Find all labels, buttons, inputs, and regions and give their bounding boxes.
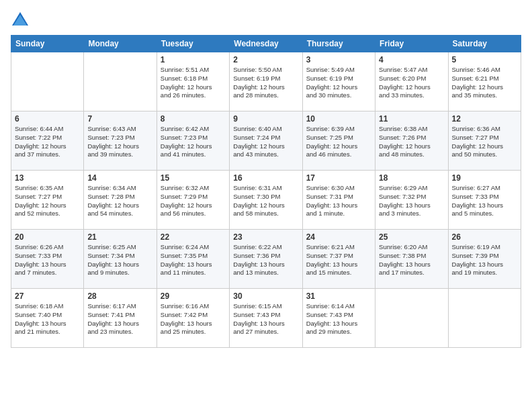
day-header-saturday: Saturday — [448, 36, 521, 52]
day-info: Sunrise: 6:18 AM Sunset: 7:40 PM Dayligh… — [15, 302, 80, 336]
calendar-cell: 23Sunrise: 6:22 AM Sunset: 7:36 PM Dayli… — [230, 230, 302, 289]
header-row: SundayMondayTuesdayWednesdayThursdayFrid… — [11, 36, 521, 52]
day-number: 22 — [161, 232, 226, 242]
day-info: Sunrise: 5:46 AM Sunset: 6:21 PM Dayligh… — [452, 66, 517, 100]
calendar-cell: 22Sunrise: 6:24 AM Sunset: 7:35 PM Dayli… — [157, 230, 229, 289]
day-number: 21 — [87, 232, 152, 242]
calendar-cell: 13Sunrise: 6:35 AM Sunset: 7:27 PM Dayli… — [11, 171, 84, 230]
calendar-cell: 21Sunrise: 6:25 AM Sunset: 7:34 PM Dayli… — [84, 230, 157, 289]
day-info: Sunrise: 5:47 AM Sunset: 6:20 PM Dayligh… — [379, 66, 444, 100]
calendar-cell: 8Sunrise: 6:42 AM Sunset: 7:23 PM Daylig… — [157, 111, 229, 171]
calendar-cell — [84, 52, 157, 111]
calendar-cell: 2Sunrise: 5:50 AM Sunset: 6:19 PM Daylig… — [230, 52, 302, 111]
calendar-cell: 1Sunrise: 5:51 AM Sunset: 6:18 PM Daylig… — [157, 52, 229, 111]
day-info: Sunrise: 6:34 AM Sunset: 7:28 PM Dayligh… — [87, 184, 152, 218]
day-info: Sunrise: 6:15 AM Sunset: 7:43 PM Dayligh… — [233, 302, 298, 336]
day-info: Sunrise: 6:43 AM Sunset: 7:23 PM Dayligh… — [87, 125, 152, 159]
day-number: 30 — [233, 291, 298, 301]
calendar-cell: 24Sunrise: 6:21 AM Sunset: 7:37 PM Dayli… — [302, 230, 375, 289]
calendar-cell: 17Sunrise: 6:30 AM Sunset: 7:31 PM Dayli… — [302, 171, 375, 230]
day-info: Sunrise: 6:19 AM Sunset: 7:39 PM Dayligh… — [452, 243, 517, 277]
calendar-cell: 4Sunrise: 5:47 AM Sunset: 6:20 PM Daylig… — [375, 52, 448, 111]
day-info: Sunrise: 6:32 AM Sunset: 7:29 PM Dayligh… — [161, 184, 226, 218]
day-info: Sunrise: 6:29 AM Sunset: 7:32 PM Dayligh… — [379, 184, 444, 218]
day-info: Sunrise: 5:50 AM Sunset: 6:19 PM Dayligh… — [233, 66, 298, 100]
day-info: Sunrise: 6:27 AM Sunset: 7:33 PM Dayligh… — [452, 184, 517, 218]
day-header-thursday: Thursday — [302, 36, 375, 52]
day-number: 17 — [306, 173, 371, 183]
day-number: 31 — [306, 291, 371, 301]
week-row-1: 1Sunrise: 5:51 AM Sunset: 6:18 PM Daylig… — [11, 52, 521, 111]
day-info: Sunrise: 6:25 AM Sunset: 7:34 PM Dayligh… — [87, 243, 152, 277]
calendar-cell: 31Sunrise: 6:14 AM Sunset: 7:43 PM Dayli… — [302, 289, 375, 348]
day-number: 3 — [306, 55, 371, 64]
day-number: 20 — [15, 232, 80, 242]
day-number: 6 — [15, 114, 80, 124]
day-info: Sunrise: 6:44 AM Sunset: 7:22 PM Dayligh… — [15, 125, 80, 159]
day-number: 13 — [15, 173, 80, 183]
calendar-cell: 10Sunrise: 6:39 AM Sunset: 7:25 PM Dayli… — [302, 111, 375, 171]
day-info: Sunrise: 6:26 AM Sunset: 7:33 PM Dayligh… — [15, 243, 80, 277]
week-row-2: 6Sunrise: 6:44 AM Sunset: 7:22 PM Daylig… — [11, 111, 521, 171]
day-number: 24 — [306, 232, 371, 242]
day-info: Sunrise: 6:14 AM Sunset: 7:43 PM Dayligh… — [306, 302, 371, 336]
calendar-cell: 11Sunrise: 6:38 AM Sunset: 7:26 PM Dayli… — [375, 111, 448, 171]
calendar-cell: 3Sunrise: 5:49 AM Sunset: 6:19 PM Daylig… — [302, 52, 375, 111]
day-info: Sunrise: 6:20 AM Sunset: 7:38 PM Dayligh… — [379, 243, 444, 277]
day-info: Sunrise: 6:31 AM Sunset: 7:30 PM Dayligh… — [233, 184, 298, 218]
day-info: Sunrise: 6:17 AM Sunset: 7:41 PM Dayligh… — [87, 302, 152, 336]
day-number: 19 — [452, 173, 517, 183]
day-number: 10 — [306, 114, 371, 124]
calendar-cell: 28Sunrise: 6:17 AM Sunset: 7:41 PM Dayli… — [84, 289, 157, 348]
day-info: Sunrise: 6:36 AM Sunset: 7:27 PM Dayligh… — [452, 125, 517, 159]
calendar-cell: 19Sunrise: 6:27 AM Sunset: 7:33 PM Dayli… — [448, 171, 521, 230]
calendar-cell: 18Sunrise: 6:29 AM Sunset: 7:32 PM Dayli… — [375, 171, 448, 230]
day-number: 11 — [379, 114, 444, 124]
calendar-cell: 26Sunrise: 6:19 AM Sunset: 7:39 PM Dayli… — [448, 230, 521, 289]
page-header — [11, 11, 521, 30]
calendar-cell: 15Sunrise: 6:32 AM Sunset: 7:29 PM Dayli… — [157, 171, 229, 230]
day-number: 16 — [233, 173, 298, 183]
calendar-cell: 5Sunrise: 5:46 AM Sunset: 6:21 PM Daylig… — [448, 52, 521, 111]
day-info: Sunrise: 6:42 AM Sunset: 7:23 PM Dayligh… — [161, 125, 226, 159]
day-number: 9 — [233, 114, 298, 124]
day-header-tuesday: Tuesday — [157, 36, 229, 52]
calendar-cell: 27Sunrise: 6:18 AM Sunset: 7:40 PM Dayli… — [11, 289, 84, 348]
day-number: 12 — [452, 114, 517, 124]
day-number: 27 — [15, 291, 80, 301]
calendar-cell: 30Sunrise: 6:15 AM Sunset: 7:43 PM Dayli… — [230, 289, 302, 348]
day-info: Sunrise: 6:16 AM Sunset: 7:42 PM Dayligh… — [161, 302, 226, 336]
week-row-3: 13Sunrise: 6:35 AM Sunset: 7:27 PM Dayli… — [11, 171, 521, 230]
calendar-cell — [11, 52, 84, 111]
day-number: 23 — [233, 232, 298, 242]
day-info: Sunrise: 6:24 AM Sunset: 7:35 PM Dayligh… — [161, 243, 226, 277]
calendar-cell: 6Sunrise: 6:44 AM Sunset: 7:22 PM Daylig… — [11, 111, 84, 171]
day-info: Sunrise: 6:39 AM Sunset: 7:25 PM Dayligh… — [306, 125, 371, 159]
calendar-cell: 9Sunrise: 6:40 AM Sunset: 7:24 PM Daylig… — [230, 111, 302, 171]
day-number: 1 — [161, 55, 226, 64]
calendar-cell: 29Sunrise: 6:16 AM Sunset: 7:42 PM Dayli… — [157, 289, 229, 348]
day-number: 2 — [233, 55, 298, 64]
day-number: 18 — [379, 173, 444, 183]
day-info: Sunrise: 6:30 AM Sunset: 7:31 PM Dayligh… — [306, 184, 371, 218]
day-info: Sunrise: 6:35 AM Sunset: 7:27 PM Dayligh… — [15, 184, 80, 218]
calendar-cell: 20Sunrise: 6:26 AM Sunset: 7:33 PM Dayli… — [11, 230, 84, 289]
day-header-friday: Friday — [375, 36, 448, 52]
calendar-cell — [448, 289, 521, 348]
day-number: 28 — [87, 291, 152, 301]
day-info: Sunrise: 6:21 AM Sunset: 7:37 PM Dayligh… — [306, 243, 371, 277]
logo — [11, 11, 32, 30]
day-header-wednesday: Wednesday — [230, 36, 302, 52]
day-number: 7 — [87, 114, 152, 124]
calendar-table: SundayMondayTuesdayWednesdayThursdayFrid… — [11, 35, 521, 348]
calendar-cell: 12Sunrise: 6:36 AM Sunset: 7:27 PM Dayli… — [448, 111, 521, 171]
calendar-cell: 14Sunrise: 6:34 AM Sunset: 7:28 PM Dayli… — [84, 171, 157, 230]
day-number: 29 — [161, 291, 226, 301]
day-number: 4 — [379, 55, 444, 64]
day-number: 8 — [161, 114, 226, 124]
day-info: Sunrise: 5:49 AM Sunset: 6:19 PM Dayligh… — [306, 66, 371, 100]
day-info: Sunrise: 5:51 AM Sunset: 6:18 PM Dayligh… — [161, 66, 226, 100]
day-info: Sunrise: 6:38 AM Sunset: 7:26 PM Dayligh… — [379, 125, 444, 159]
day-number: 15 — [161, 173, 226, 183]
day-number: 14 — [87, 173, 152, 183]
